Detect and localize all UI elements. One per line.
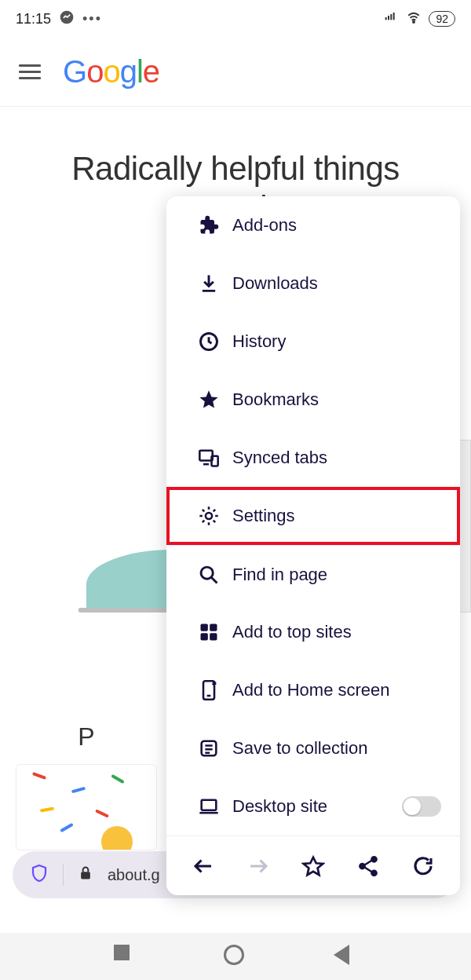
devices-icon xyxy=(185,445,232,470)
laptop-icon xyxy=(185,794,232,819)
more-icon: ••• xyxy=(82,11,102,27)
product-card[interactable] xyxy=(16,764,157,850)
menu-item-downloads[interactable]: Downloads xyxy=(166,254,460,313)
menu-item-home-screen[interactable]: Add to Home screen xyxy=(166,661,460,719)
menu-item-find[interactable]: Find in page xyxy=(166,545,460,603)
recent-apps-button[interactable] xyxy=(114,945,137,968)
home-button[interactable] xyxy=(224,945,247,968)
svg-rect-9 xyxy=(212,456,218,466)
bookmark-button[interactable] xyxy=(299,852,327,880)
menu-label: Downloads xyxy=(232,273,441,294)
menu-item-bookmarks[interactable]: Bookmarks xyxy=(166,371,460,429)
menu-label: Add to Home screen xyxy=(232,680,441,700)
svg-rect-12 xyxy=(201,624,208,631)
svg-point-11 xyxy=(201,567,213,579)
svg-rect-6 xyxy=(81,872,90,879)
svg-rect-8 xyxy=(199,451,212,461)
system-nav-bar xyxy=(0,933,471,980)
menu-label: Settings xyxy=(232,506,441,526)
messenger-icon xyxy=(59,9,75,29)
menu-label: Synced tabs xyxy=(232,448,441,468)
battery-indicator: 92 xyxy=(429,11,455,27)
status-bar: 11:15 ••• 92 xyxy=(0,0,471,38)
svg-rect-18 xyxy=(202,800,217,810)
grid-icon xyxy=(185,620,232,645)
svg-rect-3 xyxy=(391,14,392,20)
menu-label: Find in page xyxy=(232,565,441,585)
clock-icon xyxy=(185,329,232,354)
collection-icon xyxy=(185,736,232,761)
svg-rect-15 xyxy=(210,633,217,640)
menu-label: Save to collection xyxy=(232,738,441,759)
reload-button[interactable] xyxy=(409,852,437,880)
menu-item-synced-tabs[interactable]: Synced tabs xyxy=(166,429,460,487)
forward-button[interactable] xyxy=(244,852,272,880)
svg-point-10 xyxy=(206,513,212,519)
menu-item-desktop-site[interactable]: Desktop site xyxy=(166,777,460,836)
menu-item-top-sites[interactable]: Add to top sites xyxy=(166,603,460,661)
star-icon xyxy=(185,387,232,412)
menu-label: Add-ons xyxy=(232,215,441,236)
menu-label: Desktop site xyxy=(232,796,402,817)
menu-item-history[interactable]: History xyxy=(166,313,460,371)
svg-rect-1 xyxy=(385,17,387,20)
menu-label: Bookmarks xyxy=(232,389,441,410)
svg-rect-13 xyxy=(210,624,217,631)
gear-icon xyxy=(185,503,232,528)
url-text: about.g xyxy=(108,866,160,884)
browser-menu: Add-ons Downloads History Bookmarks Sync… xyxy=(166,196,460,895)
svg-point-5 xyxy=(413,20,414,22)
svg-rect-2 xyxy=(388,16,389,20)
desktop-site-toggle[interactable] xyxy=(402,796,441,817)
back-button[interactable] xyxy=(189,852,217,880)
menu-item-save-collection[interactable]: Save to collection xyxy=(166,719,460,777)
menu-label: History xyxy=(232,331,441,352)
address-separator xyxy=(63,864,64,886)
menu-item-settings[interactable]: Settings xyxy=(166,487,460,545)
status-time: 11:15 xyxy=(16,11,51,27)
svg-rect-4 xyxy=(393,13,395,20)
lock-icon xyxy=(78,865,93,885)
products-heading: P xyxy=(16,722,157,751)
shield-icon[interactable] xyxy=(30,864,49,887)
svg-rect-14 xyxy=(201,633,208,640)
app-header: Google xyxy=(0,38,471,107)
menu-item-addons[interactable]: Add-ons xyxy=(166,196,460,254)
phone-add-icon xyxy=(185,678,232,703)
puzzle-icon xyxy=(185,213,232,238)
hamburger-menu-button[interactable] xyxy=(19,64,41,79)
share-button[interactable] xyxy=(354,852,382,880)
menu-label: Add to top sites xyxy=(232,622,441,642)
search-icon xyxy=(185,562,232,587)
google-logo[interactable]: Google xyxy=(63,54,159,90)
download-icon xyxy=(185,271,232,296)
wifi-icon xyxy=(405,10,422,28)
signal-icon xyxy=(383,11,399,27)
back-system-button[interactable] xyxy=(334,945,357,968)
menu-action-row xyxy=(166,836,460,895)
